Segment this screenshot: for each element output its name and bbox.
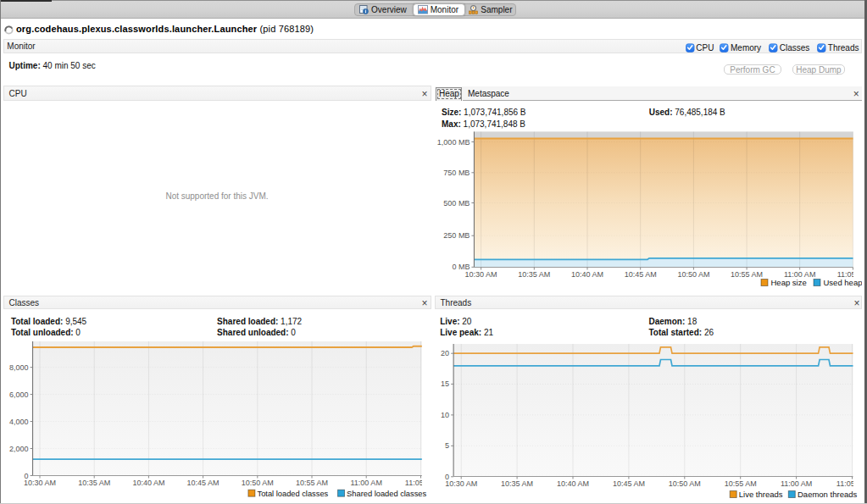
svg-text:11:05 AM: 11:05 AM <box>836 479 862 488</box>
svg-text:2,000: 2,000 <box>9 445 29 453</box>
svg-text:Used heap: Used heap <box>824 278 863 287</box>
svg-text:1,000 MB: 1,000 MB <box>437 138 470 147</box>
svg-text:4,000: 4,000 <box>9 418 29 426</box>
svg-text:10:40 AM: 10:40 AM <box>571 270 603 279</box>
svg-text:10: 10 <box>441 411 449 419</box>
svg-text:11:00 AM: 11:00 AM <box>781 479 812 488</box>
svg-text:Daemon threads: Daemon threads <box>798 490 857 499</box>
svg-text:Live threads: Live threads <box>739 490 783 499</box>
svg-text:5: 5 <box>445 441 449 450</box>
svg-text:500 MB: 500 MB <box>443 199 470 208</box>
svg-text:10:40 AM: 10:40 AM <box>557 479 589 488</box>
svg-text:Total loaded classes: Total loaded classes <box>258 490 329 498</box>
svg-text:10:55 AM: 10:55 AM <box>725 479 757 488</box>
svg-text:10:35 AM: 10:35 AM <box>78 479 110 487</box>
svg-text:Heap size: Heap size <box>771 278 807 287</box>
svg-text:10:45 AM: 10:45 AM <box>613 479 645 488</box>
svg-text:6,000: 6,000 <box>9 390 29 399</box>
svg-text:10:45 AM: 10:45 AM <box>187 479 220 487</box>
svg-text:10:30 AM: 10:30 AM <box>445 479 477 488</box>
svg-text:20: 20 <box>441 349 449 357</box>
svg-text:10:55 AM: 10:55 AM <box>731 270 763 279</box>
svg-text:10:55 AM: 10:55 AM <box>296 479 328 487</box>
svg-text:10:45 AM: 10:45 AM <box>625 270 657 279</box>
svg-text:10:30 AM: 10:30 AM <box>24 479 56 487</box>
svg-text:250 MB: 250 MB <box>443 231 470 240</box>
svg-text:10:50 AM: 10:50 AM <box>677 270 709 279</box>
svg-text:10:50 AM: 10:50 AM <box>242 479 274 487</box>
svg-text:10:50 AM: 10:50 AM <box>669 479 701 488</box>
svg-text:750 MB: 750 MB <box>443 169 470 177</box>
svg-text:Shared loaded classes: Shared loaded classes <box>347 490 426 498</box>
svg-text:10:30 AM: 10:30 AM <box>465 270 497 279</box>
svg-text:10:35 AM: 10:35 AM <box>501 479 533 488</box>
svg-text:15: 15 <box>441 379 449 388</box>
svg-text:10:35 AM: 10:35 AM <box>518 270 550 279</box>
svg-text:11:00 AM: 11:00 AM <box>351 479 382 487</box>
svg-text:8,000: 8,000 <box>9 363 29 372</box>
svg-text:10:40 AM: 10:40 AM <box>132 479 164 487</box>
svg-text:11:05 AM: 11:05 AM <box>405 479 430 487</box>
